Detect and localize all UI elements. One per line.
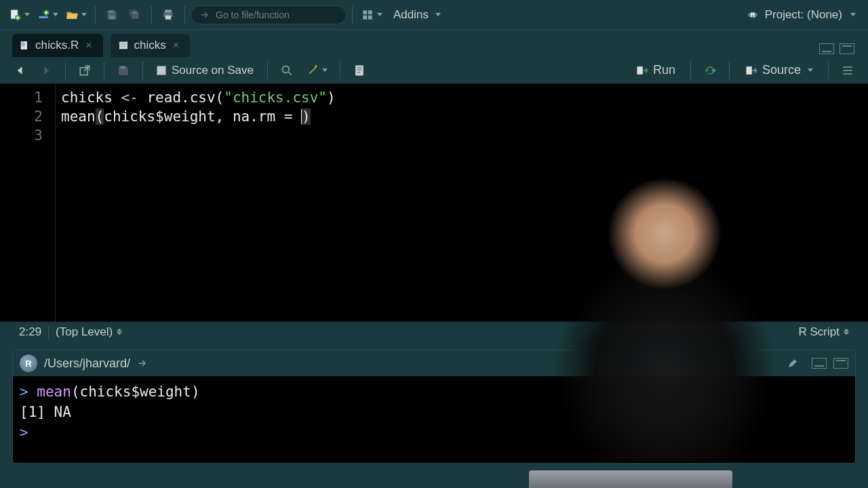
rerun-icon xyxy=(703,64,717,77)
popout-icon xyxy=(78,64,92,77)
print-button[interactable] xyxy=(157,4,179,26)
table-icon xyxy=(118,40,129,51)
show-in-new-window-button[interactable] xyxy=(74,60,96,81)
new-project-icon xyxy=(37,8,50,22)
rerun-button[interactable] xyxy=(699,60,721,81)
console-input-line: > mean(chicks$weight) xyxy=(20,382,848,402)
source-icon xyxy=(745,64,758,77)
goto-placeholder-text: Go to file/function xyxy=(216,9,290,20)
laptop-edge xyxy=(529,470,732,488)
editor-pane[interactable]: 1 2 3 chicks <- read.csv("chicks.csv")me… xyxy=(0,84,868,321)
svg-rect-10 xyxy=(368,10,372,14)
code-tools-button[interactable] xyxy=(302,60,332,81)
goto-arrow-icon xyxy=(199,9,210,20)
save-all-button[interactable] xyxy=(124,4,146,26)
source-on-save-label: Source on Save xyxy=(172,64,254,77)
save-all-icon xyxy=(128,8,142,22)
tab-label: chicks xyxy=(134,39,166,52)
maximize-console-button[interactable] xyxy=(833,358,848,369)
minimize-pane-button[interactable] xyxy=(819,43,834,54)
svg-rect-12 xyxy=(368,15,372,19)
outline-button[interactable] xyxy=(837,60,859,81)
r-logo-icon: R xyxy=(20,354,37,372)
line-number: 1 xyxy=(0,88,43,107)
outline-icon xyxy=(841,64,854,77)
grid-view-button[interactable] xyxy=(358,4,385,26)
code-line: mean(chicks$weight, na.rm = ) xyxy=(61,107,863,126)
nav-forward-button[interactable] xyxy=(35,60,57,81)
source-button[interactable]: Source xyxy=(738,63,820,77)
cursor-position[interactable]: 2:29 xyxy=(12,325,48,339)
project-menu-button[interactable]: R Project: (None) xyxy=(739,8,863,22)
open-file-button[interactable] xyxy=(62,4,90,26)
project-label: Project: (None) xyxy=(765,8,842,22)
svg-rect-4 xyxy=(109,15,115,19)
file-type-indicator[interactable]: R Script xyxy=(792,325,856,339)
addins-button[interactable]: Addins xyxy=(387,4,448,26)
run-icon xyxy=(635,64,649,77)
svg-rect-8 xyxy=(165,15,171,19)
new-file-button[interactable] xyxy=(5,4,33,26)
editor-pane-controls xyxy=(819,43,854,54)
working-directory[interactable]: /Users/jharvard/ xyxy=(44,357,130,371)
line-gutter: 1 2 3 xyxy=(0,84,56,321)
new-project-button[interactable] xyxy=(34,4,61,26)
run-label: Run xyxy=(653,63,675,77)
code-area[interactable]: chicks <- read.csv("chicks.csv")mean(chi… xyxy=(56,84,868,321)
checkbox-icon xyxy=(157,66,166,75)
svg-rect-3 xyxy=(109,10,114,13)
new-file-icon xyxy=(8,8,22,22)
console-body[interactable]: > mean(chicks$weight)[1] NA> xyxy=(13,376,855,463)
tab-label: chicks.R xyxy=(35,39,79,52)
maximize-pane-button[interactable] xyxy=(840,43,854,54)
tab-chicks-data[interactable]: chicks × xyxy=(111,34,191,57)
svg-rect-11 xyxy=(363,15,367,19)
print-icon xyxy=(161,8,175,22)
console-header: R /Users/jharvard/ xyxy=(13,350,855,376)
code-line xyxy=(61,126,863,145)
source-toolbar: Source on Save Run Source xyxy=(0,57,868,84)
goto-file-function-input[interactable]: Go to file/function xyxy=(191,5,347,24)
save-icon xyxy=(117,64,130,77)
line-number: 2 xyxy=(0,107,43,126)
svg-rect-17 xyxy=(119,42,127,49)
svg-rect-19 xyxy=(121,66,125,68)
wand-icon xyxy=(306,64,319,77)
r-file-icon: R xyxy=(19,40,30,51)
svg-text:R: R xyxy=(750,12,755,18)
arrow-right-icon xyxy=(39,64,53,77)
folder-open-icon xyxy=(65,8,79,22)
goto-dir-icon[interactable] xyxy=(137,358,148,369)
editor-tabs-row: R chicks.R × chicks × xyxy=(0,30,868,57)
compile-report-button[interactable] xyxy=(349,60,370,81)
nav-back-button[interactable] xyxy=(9,60,31,81)
r-project-icon: R xyxy=(746,8,760,22)
svg-rect-6 xyxy=(165,9,172,12)
grid-icon xyxy=(361,8,374,22)
tab-close-button[interactable]: × xyxy=(172,39,180,52)
source-label: Source xyxy=(762,63,801,77)
clear-console-icon[interactable] xyxy=(786,357,800,370)
minimize-console-button[interactable] xyxy=(812,358,827,369)
run-button[interactable]: Run xyxy=(629,63,682,77)
line-number: 3 xyxy=(0,126,43,145)
addins-label: Addins xyxy=(393,8,429,22)
tab-close-button[interactable]: × xyxy=(84,39,93,52)
main-toolbar: Go to file/function Addins R Project: (N… xyxy=(0,0,868,30)
svg-rect-5 xyxy=(133,12,137,14)
source-on-save-toggle[interactable]: Source on Save xyxy=(151,64,259,77)
svg-rect-21 xyxy=(355,65,363,75)
scope-indicator[interactable]: (Top Level) xyxy=(48,325,129,339)
save-button[interactable] xyxy=(101,4,123,26)
find-replace-button[interactable] xyxy=(276,60,298,81)
arrow-left-icon xyxy=(14,64,27,77)
search-icon xyxy=(280,64,294,77)
svg-rect-9 xyxy=(363,10,367,14)
svg-rect-23 xyxy=(746,66,751,75)
svg-point-20 xyxy=(282,66,289,73)
tab-chicks-r[interactable]: R chicks.R × xyxy=(12,34,103,57)
editor-status-bar: 2:29 (Top Level) R Script xyxy=(0,321,868,342)
save-source-button[interactable] xyxy=(113,60,134,81)
save-icon xyxy=(105,8,119,22)
console-output-line: [1] NA xyxy=(20,402,848,422)
